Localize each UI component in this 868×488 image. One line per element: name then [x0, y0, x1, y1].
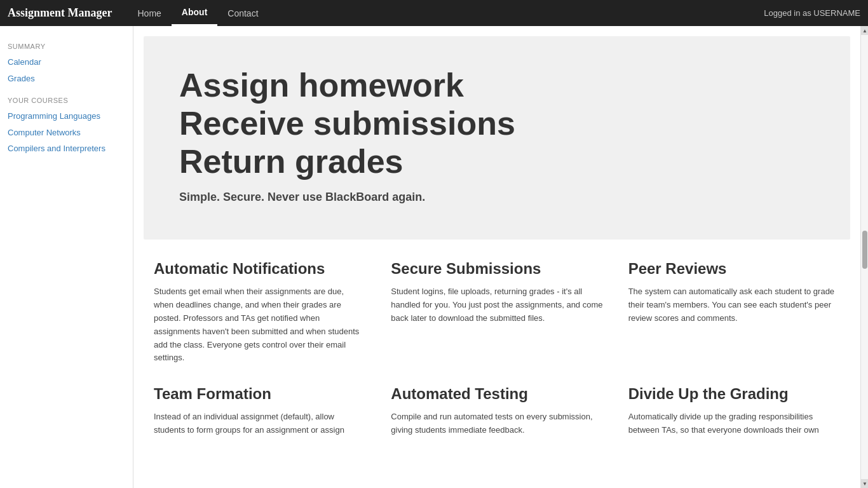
sidebar: SUMMARY Calendar Grades YOUR COURSES Pro…: [0, 26, 133, 488]
feature-divide-grading: Divide Up the Grading Automatically divi…: [628, 385, 840, 437]
hero-section: Assign homework Receive submissions Retu…: [144, 36, 850, 240]
feature-title-2: Peer Reviews: [628, 260, 840, 278]
feature-desc-2: The system can automatically ask each st…: [628, 285, 840, 325]
sidebar-link-computer-networks[interactable]: Computer Networks: [8, 125, 125, 141]
sidebar-link-compilers[interactable]: Compilers and Interpreters: [8, 140, 125, 157]
feature-desc-5: Automatically divide up the grading resp…: [628, 410, 840, 437]
scrollbar-track[interactable]: ▲ ▼: [860, 26, 868, 488]
sidebar-link-programming-languages[interactable]: Programming Languages: [8, 108, 125, 125]
features-section: Automatic Notifications Students get ema…: [133, 250, 860, 452]
feature-peer-reviews: Peer Reviews The system can automaticall…: [628, 260, 840, 365]
feature-desc-4: Compile and run automated tests on every…: [391, 410, 602, 437]
sidebar-courses-label: YOUR COURSES: [8, 97, 125, 104]
feature-title-1: Secure Submissions: [391, 260, 602, 278]
nav-contact[interactable]: Contact: [217, 0, 268, 26]
hero-line2: Receive submissions: [179, 105, 515, 142]
sidebar-summary-label: SUMMARY: [8, 43, 125, 50]
feature-desc-3: Instead of an individual assignmet (defa…: [154, 410, 365, 437]
hero-heading: Assign homework Receive submissions Retu…: [179, 67, 820, 180]
nav-user: Logged in as USERNAME: [764, 8, 860, 18]
nav-brand[interactable]: Assignment Manager: [8, 6, 112, 20]
feature-team-formation: Team Formation Instead of an individual …: [154, 385, 365, 437]
feature-title-3: Team Formation: [154, 385, 365, 403]
nav-about[interactable]: About: [172, 0, 217, 26]
feature-title-0: Automatic Notifications: [154, 260, 365, 278]
hero-line3: Return grades: [179, 143, 403, 180]
hero-tagline: Simple. Secure. Never use BlackBoard aga…: [179, 191, 820, 204]
hero-line1: Assign homework: [179, 67, 464, 104]
feature-automatic-notifications: Automatic Notifications Students get ema…: [154, 260, 365, 365]
sidebar-link-grades[interactable]: Grades: [8, 71, 125, 87]
navbar: Assignment Manager Home About Contact Lo…: [0, 0, 868, 26]
features-grid: Automatic Notifications Students get ema…: [154, 260, 840, 437]
main-content: Assign homework Receive submissions Retu…: [133, 26, 860, 488]
nav-home[interactable]: Home: [128, 0, 172, 26]
scrollbar-up-arrow[interactable]: ▲: [861, 26, 868, 35]
page-wrapper: SUMMARY Calendar Grades YOUR COURSES Pro…: [0, 26, 868, 488]
feature-automated-testing: Automated Testing Compile and run automa…: [391, 385, 602, 437]
scrollbar-thumb[interactable]: [862, 231, 867, 269]
sidebar-link-calendar[interactable]: Calendar: [8, 54, 125, 71]
feature-secure-submissions: Secure Submissions Student logins, file …: [391, 260, 602, 365]
feature-title-5: Divide Up the Grading: [628, 385, 840, 403]
scrollbar-down-arrow[interactable]: ▼: [861, 479, 868, 488]
feature-title-4: Automated Testing: [391, 385, 602, 403]
feature-desc-1: Student logins, file uploads, returning …: [391, 285, 602, 325]
feature-desc-0: Students get email when their assignment…: [154, 285, 365, 365]
nav-links: Home About Contact: [128, 0, 764, 26]
